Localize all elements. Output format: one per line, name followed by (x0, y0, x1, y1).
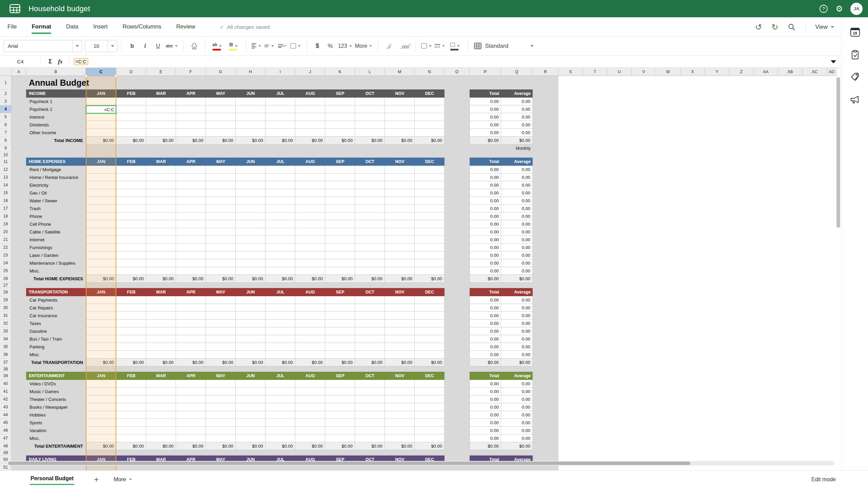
month-value-cell[interactable] (385, 267, 415, 275)
cell[interactable] (705, 366, 729, 372)
cell[interactable] (583, 450, 607, 455)
cell[interactable] (827, 366, 836, 372)
cell[interactable] (206, 450, 236, 455)
cell[interactable] (632, 275, 656, 283)
cell[interactable] (656, 288, 680, 296)
cell[interactable] (632, 98, 656, 105)
month-value-cell[interactable] (355, 395, 385, 403)
month-value-cell[interactable] (385, 174, 415, 181)
month-value-cell[interactable] (206, 411, 236, 419)
cell[interactable] (632, 343, 656, 351)
section-total-cell[interactable]: $0.00 (385, 442, 415, 450)
month-value-cell[interactable] (206, 236, 236, 244)
cell[interactable] (827, 189, 836, 197)
cell[interactable] (12, 312, 26, 320)
cell[interactable] (656, 359, 680, 366)
month-value-cell[interactable] (265, 220, 295, 228)
month-value-cell[interactable] (295, 228, 325, 236)
cell[interactable] (803, 388, 827, 395)
item-label-cell[interactable]: Music / Games (26, 388, 86, 395)
cell-reference-box[interactable]: C4 (0, 59, 41, 64)
month-value-cell[interactable] (236, 205, 265, 212)
cell[interactable] (12, 320, 26, 327)
cell[interactable] (656, 450, 680, 455)
cell[interactable] (827, 419, 836, 427)
row-average-cell[interactable]: 0.00 (501, 212, 533, 220)
cell[interactable] (607, 327, 632, 335)
cell[interactable] (729, 335, 754, 343)
cell[interactable] (827, 152, 836, 158)
month-value-cell[interactable] (86, 388, 116, 395)
cell[interactable] (12, 304, 26, 312)
cell[interactable] (12, 76, 26, 89)
cell[interactable] (803, 181, 827, 189)
row-average-cell[interactable]: 0.00 (501, 312, 533, 320)
month-value-cell[interactable] (295, 205, 325, 212)
month-value-cell[interactable] (265, 312, 295, 320)
cell[interactable] (656, 411, 680, 419)
row-total-cell[interactable]: 0.00 (470, 380, 501, 388)
cell[interactable] (632, 259, 656, 267)
item-label-cell[interactable]: Video / DVDs (26, 380, 86, 388)
month-value-cell[interactable] (385, 411, 415, 419)
cell[interactable] (265, 450, 295, 455)
cell[interactable] (265, 76, 295, 89)
cell[interactable] (705, 450, 729, 455)
month-value-cell[interactable] (176, 335, 206, 343)
cell[interactable] (632, 335, 656, 343)
summary-header-total[interactable]: Total (470, 89, 501, 98)
cell[interactable] (12, 427, 26, 434)
month-value-cell[interactable] (325, 388, 355, 395)
cell[interactable] (415, 152, 445, 158)
month-value-cell[interactable] (325, 327, 355, 335)
cell[interactable] (656, 89, 680, 98)
month-value-cell[interactable] (295, 129, 325, 137)
month-value-cell[interactable] (415, 259, 445, 267)
section-total-cell[interactable]: $0.00 (146, 275, 176, 283)
month-value-cell[interactable] (146, 320, 176, 327)
month-value-cell[interactable] (86, 403, 116, 411)
cell[interactable] (385, 450, 415, 455)
month-header-cell[interactable]: NOV (385, 89, 415, 98)
month-header-cell[interactable]: SEP (325, 288, 355, 296)
cell[interactable] (656, 351, 680, 359)
cell[interactable] (729, 395, 754, 403)
month-value-cell[interactable] (146, 304, 176, 312)
cell[interactable] (803, 89, 827, 98)
cell[interactable] (607, 129, 632, 137)
month-value-cell[interactable] (325, 419, 355, 427)
month-value-cell[interactable] (116, 419, 146, 427)
cell[interactable] (12, 395, 26, 403)
cell[interactable] (656, 121, 680, 129)
cell[interactable] (445, 76, 470, 89)
month-value-cell[interactable] (325, 212, 355, 220)
cell[interactable] (729, 288, 754, 296)
month-value-cell[interactable] (265, 113, 295, 121)
month-value-cell[interactable] (355, 380, 385, 388)
month-value-cell[interactable] (176, 312, 206, 320)
month-value-cell[interactable] (325, 236, 355, 244)
month-value-cell[interactable] (295, 244, 325, 251)
cell[interactable] (445, 158, 470, 166)
cell[interactable] (803, 76, 827, 89)
month-header-cell[interactable]: MAY (206, 372, 236, 380)
month-value-cell[interactable] (385, 251, 415, 259)
cell[interactable] (558, 89, 583, 98)
cell[interactable] (12, 189, 26, 197)
month-value-cell[interactable] (116, 121, 146, 129)
font-size-dropdown[interactable] (107, 40, 117, 52)
month-value-cell[interactable] (146, 121, 176, 129)
cell[interactable] (827, 76, 836, 89)
cell[interactable] (533, 76, 558, 89)
row-total-cell[interactable]: 0.00 (470, 228, 501, 236)
cell[interactable] (803, 395, 827, 403)
month-value-cell[interactable] (385, 228, 415, 236)
cell[interactable] (583, 343, 607, 351)
month-value-cell[interactable] (385, 380, 415, 388)
month-value-cell[interactable] (385, 105, 415, 113)
month-value-cell[interactable] (265, 236, 295, 244)
cell[interactable] (705, 434, 729, 442)
cell[interactable] (558, 275, 583, 283)
month-value-cell[interactable] (116, 259, 146, 267)
column-header-U[interactable]: U (607, 68, 632, 76)
